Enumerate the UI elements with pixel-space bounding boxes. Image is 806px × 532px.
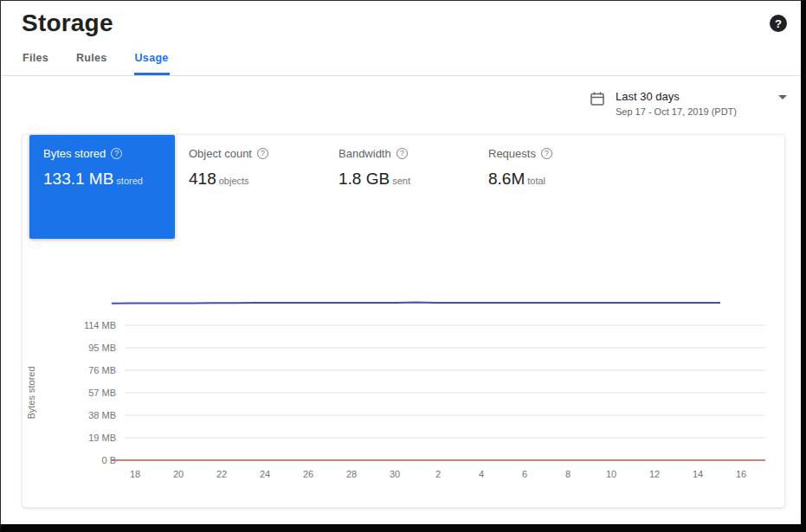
date-range-text: Last 30 days Sep 17 - Oct 17, 2019 (PDT) [616, 90, 737, 117]
metric-label-row: Bandwidth ? [339, 147, 461, 160]
svg-text:95 MB: 95 MB [88, 343, 116, 353]
page-header: Storage ? [1, 1, 801, 37]
date-range-selected: Last 30 days [616, 90, 737, 103]
help-circle-icon[interactable]: ? [541, 148, 552, 159]
svg-text:10: 10 [606, 469, 616, 479]
calendar-icon [590, 91, 605, 106]
help-icon[interactable]: ? [770, 15, 787, 32]
svg-text:26: 26 [303, 469, 313, 479]
svg-text:28: 28 [346, 469, 357, 479]
metric-label: Bandwidth [339, 147, 391, 160]
metric-requests[interactable]: Requests ? 8.6Mtotal [474, 135, 624, 201]
metric-bandwidth[interactable]: Bandwidth ? 1.8 GBsent [325, 135, 474, 201]
metric-unit: stored [116, 176, 143, 186]
usage-card: Bytes stored ? 133.1 MBstored Object cou… [22, 134, 785, 508]
svg-text:Bytes stored: Bytes stored [26, 366, 36, 419]
tab-usage[interactable]: Usage [134, 44, 170, 75]
svg-text:8: 8 [565, 469, 571, 479]
chevron-down-icon[interactable] [778, 95, 787, 99]
metric-value: 418 [189, 170, 216, 188]
svg-text:19 MB: 19 MB [88, 433, 116, 443]
svg-text:20: 20 [173, 469, 184, 479]
metric-unit: sent [392, 176, 410, 186]
svg-text:114 MB: 114 MB [84, 320, 116, 330]
date-range-selector[interactable]: Last 30 days Sep 17 - Oct 17, 2019 (PDT) [590, 90, 790, 117]
svg-text:14: 14 [693, 469, 703, 479]
metric-cards: Bytes stored ? 133.1 MBstored Object cou… [23, 135, 784, 239]
metric-label: Requests [488, 147, 536, 160]
svg-text:57 MB: 57 MB [88, 388, 116, 398]
help-circle-icon[interactable]: ? [111, 148, 122, 159]
date-range-row: Last 30 days Sep 17 - Oct 17, 2019 (PDT) [1, 76, 801, 117]
page-title: Storage [22, 10, 113, 37]
metric-value-row: 418objects [189, 170, 311, 189]
metric-unit: objects [219, 176, 249, 186]
metric-value-row: 133.1 MBstored [43, 170, 161, 189]
svg-text:16: 16 [736, 469, 746, 479]
svg-text:76 MB: 76 MB [88, 365, 116, 375]
help-circle-icon[interactable]: ? [257, 148, 268, 159]
metric-label-row: Object count ? [189, 147, 311, 160]
storage-page: Storage ? Files Rules Usage Last 30 days… [0, 0, 806, 532]
tab-rules[interactable]: Rules [75, 44, 108, 75]
svg-text:38 MB: 38 MB [88, 410, 116, 420]
svg-text:22: 22 [216, 469, 227, 479]
svg-text:24: 24 [260, 469, 270, 479]
svg-text:18: 18 [130, 469, 140, 479]
svg-text:2: 2 [435, 469, 441, 479]
metric-label: Bytes stored [43, 147, 106, 160]
tab-bar: Files Rules Usage [1, 44, 801, 76]
metric-value: 8.6M [488, 170, 525, 188]
metric-bytes-stored[interactable]: Bytes stored ? 133.1 MBstored [29, 135, 175, 239]
metric-object-count[interactable]: Object count ? 418objects [175, 135, 325, 201]
tab-files[interactable]: Files [22, 44, 49, 75]
svg-text:4: 4 [479, 469, 484, 479]
usage-chart: 114 MB95 MB76 MB57 MB38 MB19 MB0 B182022… [23, 294, 784, 499]
help-circle-icon[interactable]: ? [397, 148, 408, 159]
metric-value: 133.1 MB [43, 170, 113, 188]
metric-value-row: 1.8 GBsent [339, 170, 461, 189]
metric-value: 1.8 GB [339, 170, 390, 188]
metric-unit: total [527, 176, 545, 186]
metric-value-row: 8.6Mtotal [488, 170, 610, 189]
svg-text:30: 30 [390, 469, 400, 479]
metric-label-row: Requests ? [488, 147, 610, 160]
metric-label: Object count [189, 147, 252, 160]
date-range-detail: Sep 17 - Oct 17, 2019 (PDT) [616, 106, 737, 117]
metric-label-row: Bytes stored ? [43, 147, 161, 160]
svg-text:12: 12 [649, 469, 660, 479]
svg-text:6: 6 [522, 469, 527, 479]
